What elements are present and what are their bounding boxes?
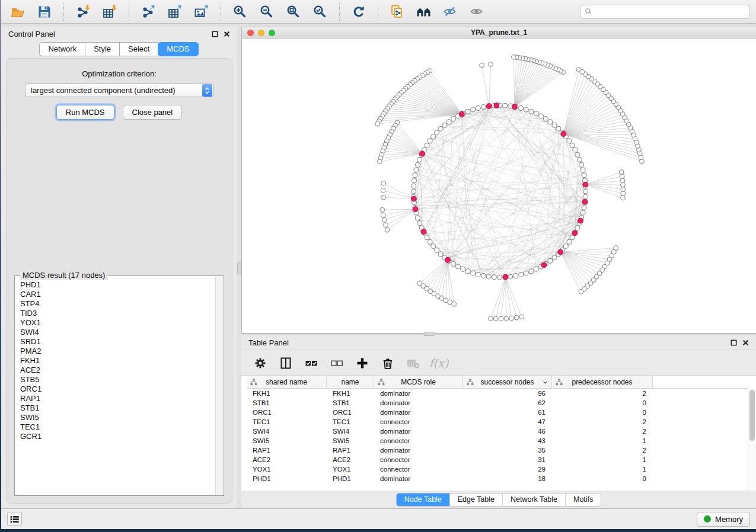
cell-name: SWI5 — [327, 437, 374, 444]
show-all-button[interactable] — [467, 2, 488, 21]
toolbar-separator — [378, 3, 378, 21]
mcds-panel: Optimization criterion: largest connecte… — [6, 58, 232, 504]
zoom-out-button[interactable] — [256, 2, 277, 21]
mcds-result-item[interactable]: RAP1 — [20, 394, 215, 403]
table-row[interactable]: SWI5SWI5connector431 — [247, 436, 756, 446]
table-row[interactable]: SWI4SWI4dominator462 — [247, 427, 756, 436]
select-all-columns-button[interactable] — [303, 355, 320, 371]
criterion-dropdown[interactable]: largest connected component (undirected) — [25, 84, 213, 97]
memory-button[interactable]: Memory — [697, 512, 750, 527]
mcds-result-item[interactable]: STB1 — [20, 403, 215, 413]
tab-edge-table[interactable]: Edge Table — [449, 493, 502, 506]
export-network-button[interactable] — [138, 2, 159, 21]
close-panel-icon[interactable] — [223, 30, 230, 37]
mcds-result-item[interactable]: SRD1 — [20, 337, 215, 347]
column-header-shared-name[interactable]: shared name — [247, 376, 327, 389]
float-table-panel-icon[interactable] — [730, 339, 737, 346]
run-mcds-button[interactable]: Run MCDS — [56, 105, 114, 120]
table-row[interactable]: FKH1FKH1dominator962 — [247, 389, 756, 398]
zoom-fit-button[interactable] — [283, 2, 304, 21]
column-header-predecessor-nodes[interactable]: predecessor nodes — [552, 376, 653, 389]
mcds-result-item[interactable]: FKH1 — [20, 356, 215, 366]
table-scrollbar-thumb[interactable] — [749, 390, 755, 441]
panel-splitter[interactable] — [237, 27, 241, 508]
mcds-result-item[interactable]: TEC1 — [20, 422, 215, 432]
mcds-result-item[interactable]: SWI5 — [20, 413, 215, 422]
save-session-button[interactable] — [34, 2, 55, 21]
tab-node-table[interactable]: Node Table — [397, 493, 449, 506]
cell-shared-name: PHD1 — [247, 475, 327, 482]
first-neighbors-button[interactable] — [413, 2, 435, 21]
add-column-button[interactable] — [354, 355, 371, 371]
mcds-result-item[interactable]: YOX1 — [20, 318, 215, 328]
search-input[interactable] — [595, 8, 745, 16]
export-table-button[interactable] — [164, 2, 186, 21]
table-splitter-grip[interactable] — [424, 332, 435, 336]
search-box[interactable] — [580, 5, 750, 19]
zoom-selected-button[interactable] — [310, 2, 331, 21]
table-row[interactable]: TEC1TEC1connector472 — [247, 417, 756, 427]
hide-selected-button[interactable] — [440, 2, 461, 21]
maximize-window-icon[interactable] — [269, 30, 275, 36]
network-edges — [378, 57, 642, 319]
tab-motifs[interactable]: Motifs — [565, 493, 601, 506]
mcds-result-item[interactable]: STB5 — [20, 375, 215, 384]
panel-layout-button[interactable] — [277, 355, 294, 371]
cell-name: PHD1 — [327, 475, 374, 482]
mcds-result-item[interactable]: TID3 — [20, 309, 215, 318]
table-row[interactable]: STB1STB1dominator620 — [247, 398, 756, 408]
table-splitter[interactable] — [241, 334, 756, 335]
refresh-layout-button[interactable] — [348, 2, 369, 21]
tab-select[interactable]: Select — [119, 42, 158, 56]
mcds-result-item[interactable]: STP4 — [20, 299, 215, 309]
mcds-result-item[interactable]: PHD1 — [20, 280, 215, 290]
cell-predecessor-nodes: 1 — [552, 466, 653, 473]
mcds-result-item[interactable]: ORC1 — [20, 384, 215, 394]
table-body: FKH1FKH1dominator962STB1STB1dominator620… — [247, 389, 756, 483]
network-title: YPA_prune.txt_1 — [471, 28, 527, 37]
splitter-grip[interactable] — [237, 262, 241, 274]
tab-style[interactable]: Style — [85, 42, 120, 56]
table-row[interactable]: YOX1YOX1connector291 — [247, 464, 756, 474]
minimize-window-icon[interactable] — [258, 30, 264, 36]
criterion-value: largest connected component (undirected) — [25, 86, 202, 95]
network-canvas[interactable] — [242, 39, 756, 333]
import-table-button[interactable] — [99, 2, 120, 21]
mcds-result-item[interactable]: GCR1 — [20, 432, 215, 441]
table-row[interactable]: PHD1PHD1dominator180 — [247, 474, 756, 483]
table-panel-title: Table Panel — [248, 338, 289, 347]
import-network-button[interactable] — [72, 2, 94, 21]
table-row[interactable]: ORC1ORC1dominator610 — [247, 408, 756, 417]
tab-mcds[interactable]: MCDS — [158, 42, 198, 56]
tab-network[interactable]: Network — [39, 42, 85, 56]
table-scrollbar[interactable] — [748, 389, 755, 490]
cell-shared-name: YOX1 — [247, 466, 327, 473]
export-image-button[interactable] — [191, 2, 212, 21]
mcds-result-item[interactable]: PMA2 — [20, 347, 215, 356]
close-table-panel-icon[interactable] — [742, 339, 749, 346]
tab-network-table[interactable]: Network Table — [502, 493, 565, 506]
close-panel-button[interactable]: Close panel — [123, 105, 183, 120]
mcds-result-groupbox: MCDS result (17 nodes) PHD1CAR1STP4TID3Y… — [14, 275, 224, 496]
close-window-icon[interactable] — [247, 30, 254, 36]
float-panel-icon[interactable] — [211, 30, 218, 37]
table-row[interactable]: ACE2ACE2connector311 — [247, 455, 756, 464]
mcds-result-item[interactable]: CAR1 — [20, 290, 215, 299]
mcds-result-item[interactable]: ACE2 — [20, 366, 215, 375]
column-header-name[interactable]: name — [327, 376, 374, 389]
deselect-all-columns-button[interactable] — [328, 355, 345, 371]
mcds-result-item[interactable]: SWI4 — [20, 328, 215, 337]
cell-successor-nodes: 61 — [463, 409, 552, 416]
copy-network-button[interactable] — [387, 2, 408, 21]
control-panel: Control Panel NetworkStyleSelectMCDS Opt… — [1, 27, 237, 508]
column-header-successor-nodes[interactable]: successor nodes — [463, 376, 552, 389]
zoom-in-button[interactable] — [229, 2, 251, 21]
column-header-mcds-role[interactable]: MCDS role — [374, 376, 463, 389]
open-file-button[interactable] — [7, 2, 28, 21]
delete-column-button[interactable] — [379, 355, 396, 371]
table-row[interactable]: RAP1RAP1dominator352 — [247, 446, 756, 455]
mcds-list-scrollbar[interactable] — [215, 277, 223, 495]
task-history-button[interactable] — [7, 512, 22, 526]
org-chart-icon — [378, 379, 385, 386]
column-settings-button[interactable] — [252, 355, 269, 371]
